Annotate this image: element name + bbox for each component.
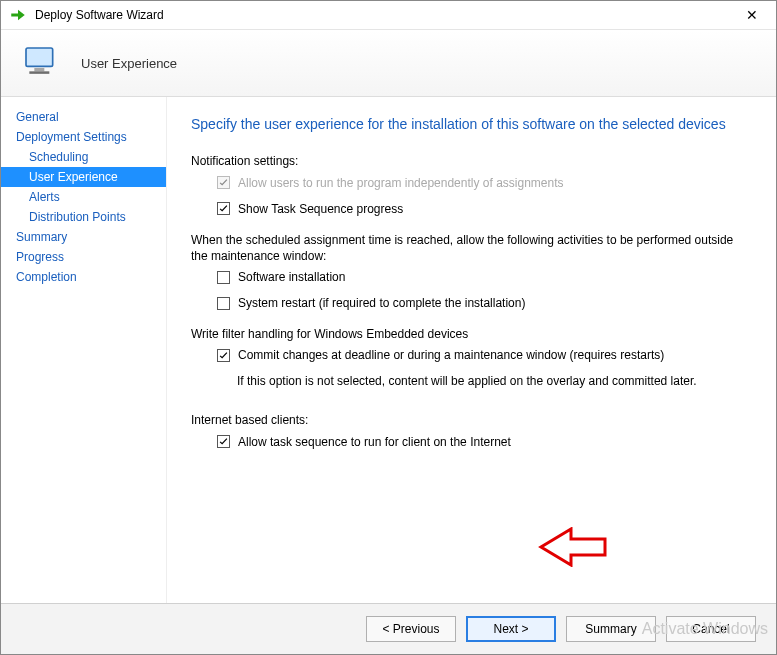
previous-button[interactable]: < Previous — [366, 616, 456, 642]
button-bar: < Previous Next > Summary Cancel — [1, 603, 776, 654]
svg-rect-2 — [29, 71, 49, 74]
titlebar: Deploy Software Wizard ✕ — [1, 1, 776, 30]
wizard-window: Deploy Software Wizard ✕ User Experience… — [0, 0, 777, 655]
content: Specify the user experience for the inst… — [167, 97, 776, 603]
system-restart-label: System restart (if required to complete … — [238, 296, 525, 310]
show-ts-progress-checkbox[interactable] — [217, 202, 230, 215]
software-install-row[interactable]: Software installation — [217, 270, 752, 284]
system-restart-checkbox[interactable] — [217, 297, 230, 310]
internet-allow-row[interactable]: Allow task sequence to run for client on… — [217, 435, 752, 449]
nav: GeneralDeployment SettingsSchedulingUser… — [1, 97, 167, 603]
page-heading: Specify the user experience for the inst… — [191, 115, 752, 134]
commit-changes-note: If this option is not selected, content … — [237, 374, 752, 388]
nav-item-scheduling[interactable]: Scheduling — [1, 147, 166, 167]
software-install-checkbox[interactable] — [217, 271, 230, 284]
nav-item-progress[interactable]: Progress — [1, 247, 166, 267]
internet-clients-label: Internet based clients: — [191, 412, 752, 428]
write-filter-label: Write filter handling for Windows Embedd… — [191, 326, 752, 342]
window-title: Deploy Software Wizard — [35, 8, 732, 22]
commit-changes-row[interactable]: Commit changes at deadline or during a m… — [217, 348, 752, 362]
monitor-icon — [21, 43, 61, 83]
allow-independent-row: Allow users to run the program independe… — [217, 176, 752, 190]
internet-allow-label: Allow task sequence to run for client on… — [238, 435, 511, 449]
callout-arrow-icon — [537, 527, 607, 570]
svg-rect-1 — [34, 68, 44, 71]
show-ts-progress-row[interactable]: Show Task Sequence progress — [217, 202, 752, 216]
allow-independent-label: Allow users to run the program independe… — [238, 176, 564, 190]
summary-button[interactable]: Summary — [566, 616, 656, 642]
commit-changes-checkbox[interactable] — [217, 349, 230, 362]
nav-item-alerts[interactable]: Alerts — [1, 187, 166, 207]
nav-item-completion[interactable]: Completion — [1, 267, 166, 287]
nav-item-distribution-points[interactable]: Distribution Points — [1, 207, 166, 227]
page-header: User Experience — [1, 30, 776, 97]
nav-item-deployment-settings[interactable]: Deployment Settings — [1, 127, 166, 147]
notification-settings-label: Notification settings: — [191, 154, 752, 168]
cancel-button[interactable]: Cancel — [666, 616, 756, 642]
software-install-label: Software installation — [238, 270, 345, 284]
nav-item-summary[interactable]: Summary — [1, 227, 166, 247]
svg-rect-0 — [26, 48, 53, 66]
close-button[interactable]: ✕ — [732, 1, 772, 29]
show-ts-progress-label: Show Task Sequence progress — [238, 202, 403, 216]
scheduled-assignment-text: When the scheduled assignment time is re… — [191, 232, 752, 264]
commit-changes-label: Commit changes at deadline or during a m… — [238, 348, 664, 362]
wizard-arrow-icon — [9, 6, 27, 24]
internet-allow-checkbox[interactable] — [217, 435, 230, 448]
page-header-label: User Experience — [81, 56, 177, 71]
system-restart-row[interactable]: System restart (if required to complete … — [217, 296, 752, 310]
nav-item-user-experience[interactable]: User Experience — [1, 167, 166, 187]
allow-independent-checkbox — [217, 176, 230, 189]
nav-item-general[interactable]: General — [1, 107, 166, 127]
next-button[interactable]: Next > — [466, 616, 556, 642]
body: GeneralDeployment SettingsSchedulingUser… — [1, 97, 776, 603]
